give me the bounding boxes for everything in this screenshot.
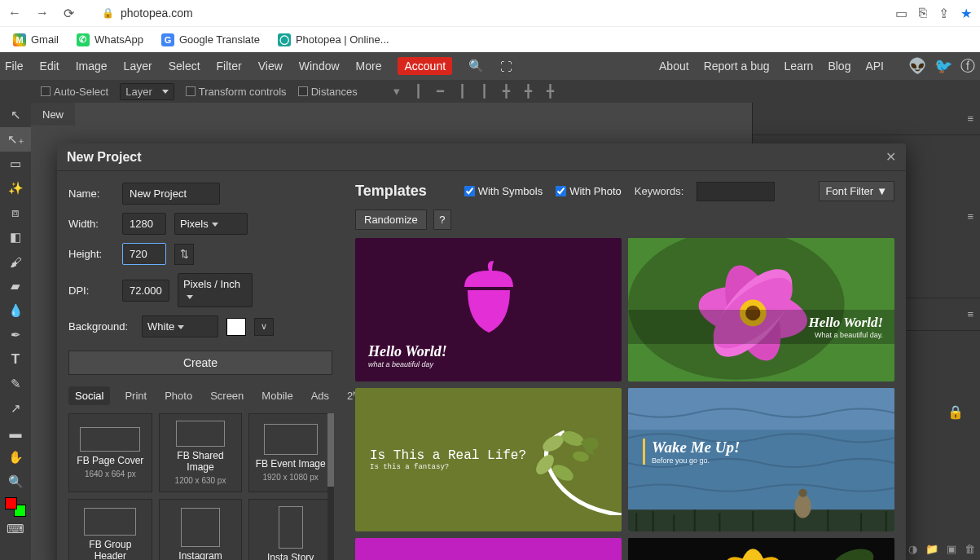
brush-tool-icon[interactable]: 🖌 xyxy=(0,249,31,274)
preset-item[interactable]: FB Group Header1640 x 856 px xyxy=(68,499,152,560)
hand-tool-icon[interactable]: ✋ xyxy=(0,445,31,470)
back-icon[interactable]: ← xyxy=(8,6,21,20)
type-tool-icon[interactable]: T xyxy=(0,347,31,372)
wand-tool-icon[interactable]: ✨ xyxy=(0,176,31,201)
menu-layer[interactable]: Layer xyxy=(124,60,152,73)
templates-help-button[interactable]: ? xyxy=(433,209,451,230)
menu-select[interactable]: Select xyxy=(169,60,200,73)
shape-tool-icon[interactable]: ▬ xyxy=(0,421,31,445)
font-filter-button[interactable]: Font Filter▼ xyxy=(819,181,894,201)
new-folder-icon[interactable]: 📁 xyxy=(925,543,938,555)
new-layer-icon[interactable]: ▣ xyxy=(947,543,956,555)
bookmark-star-icon[interactable]: ★ xyxy=(960,6,972,21)
preset-item[interactable]: FB Page Cover1640 x 664 px xyxy=(68,413,152,492)
bookmark-photopea[interactable]: ◯Photopea | Online... xyxy=(278,33,389,46)
link-report-bug[interactable]: Report a bug xyxy=(704,60,770,73)
url-text[interactable]: photopea.com xyxy=(121,7,193,20)
panel-menu-icon[interactable]: ≡ xyxy=(967,308,973,320)
path-select-tool-icon[interactable]: ↗ xyxy=(0,396,31,421)
marquee-tool-icon[interactable]: ▭ xyxy=(0,152,31,176)
category-ads[interactable]: Ads xyxy=(308,386,332,405)
account-button[interactable]: Account xyxy=(398,57,452,75)
category-social[interactable]: Social xyxy=(68,386,110,405)
document-tab[interactable]: New xyxy=(31,103,75,126)
auto-select-layer-dropdown[interactable]: Layer xyxy=(120,83,174,100)
color-swatches[interactable] xyxy=(5,497,26,517)
eraser-tool-icon[interactable]: ◧ xyxy=(0,225,31,249)
link-blog[interactable]: Blog xyxy=(828,60,850,73)
link-about[interactable]: About xyxy=(659,60,689,73)
close-icon[interactable]: ✕ xyxy=(886,149,896,165)
height-input[interactable] xyxy=(122,243,166,265)
reload-icon[interactable]: ⟳ xyxy=(64,6,74,21)
delete-layer-icon[interactable]: 🗑 xyxy=(965,543,975,555)
forward-icon[interactable]: → xyxy=(36,6,49,20)
align-icon[interactable]: ━ xyxy=(437,84,444,99)
bookmark-google-translate[interactable]: GGoogle Translate xyxy=(161,33,260,46)
menu-view[interactable]: View xyxy=(258,60,283,73)
bookmark-whatsapp[interactable]: ✆WhatsApp xyxy=(77,33,143,46)
artboard-tool-icon[interactable]: ↖₊ xyxy=(0,127,31,152)
menu-edit[interactable]: Edit xyxy=(40,60,59,73)
category-photo[interactable]: Photo xyxy=(161,386,196,405)
panel-menu-icon[interactable]: ≡ xyxy=(967,112,973,125)
panel-menu-icon[interactable]: ≡ xyxy=(967,210,973,223)
align-icon[interactable]: ┃ xyxy=(459,84,466,99)
preset-item[interactable]: Insta Story1080 x 1920 px xyxy=(248,499,332,560)
name-input[interactable] xyxy=(122,183,220,205)
template-card[interactable]: Is This a Real Life? Is this a fantasy? xyxy=(355,388,622,531)
move-tool-icon[interactable]: ↖ xyxy=(0,103,31,127)
eyedropper-tool-icon[interactable]: ✎ xyxy=(0,372,31,396)
menu-image[interactable]: Image xyxy=(76,60,108,73)
dpi-unit-select[interactable]: Pixels / Inch xyxy=(178,273,253,307)
width-unit-select[interactable]: Pixels xyxy=(174,213,248,235)
twitter-icon[interactable]: 🐦 xyxy=(934,57,952,75)
fullscreen-icon[interactable]: ⛶ xyxy=(500,60,512,73)
randomize-button[interactable]: Randomize xyxy=(355,209,427,230)
template-card[interactable]: Wake Me Up! Before you go go. xyxy=(628,388,894,531)
link-api[interactable]: API xyxy=(865,60,884,73)
template-card[interactable] xyxy=(355,538,622,560)
transform-controls-checkbox[interactable]: Transform controls xyxy=(186,86,287,98)
category-mobile[interactable]: Mobile xyxy=(258,386,296,405)
menu-filter[interactable]: Filter xyxy=(217,60,242,73)
create-button[interactable]: Create xyxy=(68,351,332,375)
keywords-input[interactable] xyxy=(697,182,775,201)
with-photo-checkbox[interactable]: With Photo xyxy=(556,185,622,197)
template-card[interactable]: Hello World! what a beautiful day xyxy=(355,238,622,381)
foreground-color-swatch[interactable] xyxy=(5,497,17,509)
align-icon[interactable]: ╋ xyxy=(525,84,532,99)
align-icon[interactable]: ▾ xyxy=(393,84,400,99)
adjustment-layer-icon[interactable]: ◑ xyxy=(908,543,917,555)
category-print[interactable]: Print xyxy=(121,386,150,405)
facebook-icon[interactable]: ⓕ xyxy=(960,56,975,76)
background-select[interactable]: White xyxy=(142,315,218,337)
dpi-input[interactable] xyxy=(122,280,169,302)
preset-scrollbar[interactable] xyxy=(327,413,334,560)
share-icon[interactable]: ⇪ xyxy=(938,6,949,21)
category-screen[interactable]: Screen xyxy=(207,386,247,405)
reddit-icon[interactable]: 👽 xyxy=(908,57,926,75)
search-icon[interactable]: 🔍 xyxy=(468,59,484,73)
crop-tool-icon[interactable]: ⧈ xyxy=(0,201,31,225)
swap-orientation-button[interactable]: ⇅ xyxy=(174,244,194,265)
clipboard-icon[interactable]: ▭ xyxy=(895,6,907,21)
menu-window[interactable]: Window xyxy=(299,60,340,73)
keyboard-icon[interactable]: ⌨ xyxy=(0,517,31,541)
preset-item[interactable]: FB Shared Image1200 x 630 px xyxy=(159,413,243,492)
template-card[interactable]: Hello World! What a beautiful day. xyxy=(628,238,894,381)
install-icon[interactable]: ⎘ xyxy=(919,6,927,20)
with-symbols-checkbox[interactable]: With Symbols xyxy=(464,185,543,197)
background-color-button[interactable] xyxy=(226,318,246,336)
background-extra-dropdown[interactable]: ∨ xyxy=(254,318,274,336)
clone-tool-icon[interactable]: ▰ xyxy=(0,274,31,298)
auto-select-checkbox[interactable]: Auto-Select xyxy=(41,86,108,98)
align-icon[interactable]: ╋ xyxy=(547,84,554,99)
menu-more[interactable]: More xyxy=(356,60,382,73)
width-input[interactable] xyxy=(122,213,166,235)
distances-checkbox[interactable]: Distances xyxy=(298,86,358,98)
blur-tool-icon[interactable]: 💧 xyxy=(0,298,31,323)
pen-tool-icon[interactable]: ✒ xyxy=(0,323,31,347)
preset-item[interactable]: FB Event Image1920 x 1080 px xyxy=(248,413,332,492)
zoom-tool-icon[interactable]: 🔍 xyxy=(0,470,31,494)
